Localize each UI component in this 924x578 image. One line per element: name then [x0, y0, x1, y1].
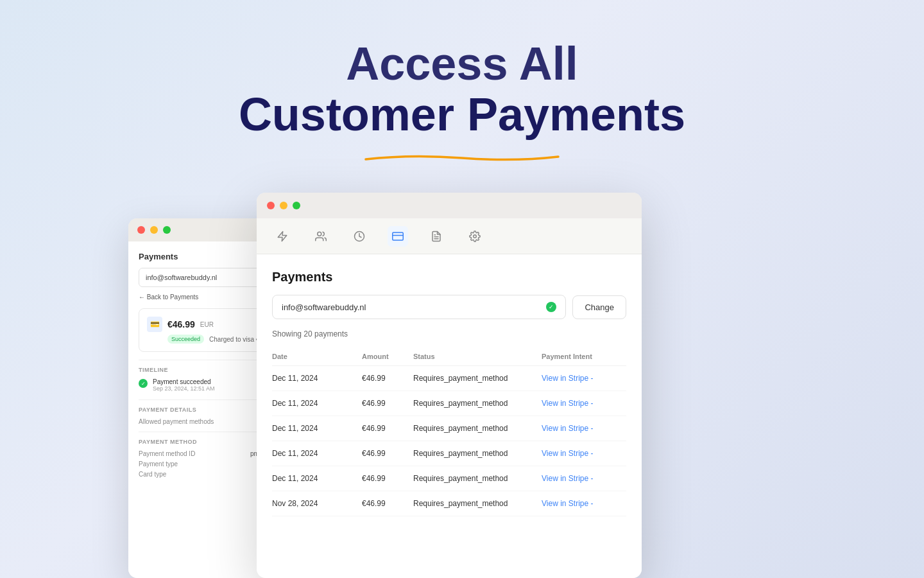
- hero-underline: [359, 152, 565, 154]
- front-check-icon: ✓: [546, 302, 556, 312]
- svg-point-1: [318, 232, 321, 236]
- col-header-amount: Amount: [362, 347, 413, 366]
- payment-currency: EUR: [200, 321, 214, 328]
- hero-section: Access All Customer Payments: [0, 39, 924, 154]
- svg-rect-3: [393, 232, 404, 240]
- view-stripe-link[interactable]: View in Stripe -: [542, 474, 593, 483]
- front-payments-title: Payments: [272, 270, 626, 285]
- cell-amount: €46.99: [362, 491, 413, 516]
- dot-green: [163, 226, 171, 234]
- cell-amount: €46.99: [362, 466, 413, 491]
- view-stripe-link[interactable]: View in Stripe -: [542, 399, 593, 408]
- front-dot-yellow: [280, 202, 287, 209]
- payment-card-icon: 💳: [147, 317, 162, 332]
- hero-title-line1: Access All: [0, 39, 924, 89]
- col-header-intent: Payment Intent: [542, 347, 626, 366]
- window-front: Payments info@softwarebuddy.nl ✓ Change …: [257, 193, 642, 578]
- cell-status: Requires_payment_method: [413, 366, 542, 391]
- timeline-check-icon: ✓: [139, 379, 148, 388]
- view-stripe-link[interactable]: View in Stripe -: [542, 374, 593, 383]
- search-row: info@softwarebuddy.nl ✓ Change: [272, 295, 626, 319]
- svg-marker-0: [278, 231, 287, 241]
- col-header-status: Status: [413, 347, 542, 366]
- dot-red: [137, 226, 145, 234]
- cell-intent: View in Stripe -: [542, 391, 626, 416]
- nav-card-icon[interactable]: [388, 226, 408, 247]
- front-dot-green: [293, 202, 300, 209]
- nav-clock-icon[interactable]: [349, 226, 370, 247]
- nav-settings-icon[interactable]: [465, 226, 485, 247]
- cell-amount: €46.99: [362, 441, 413, 466]
- email-search-bar[interactable]: info@softwarebuddy.nl ✓: [272, 295, 566, 319]
- col-header-date: Date: [272, 347, 362, 366]
- nav-users-icon[interactable]: [311, 226, 331, 247]
- nav-lightning-icon[interactable]: [272, 226, 293, 247]
- cell-intent: View in Stripe -: [542, 416, 626, 441]
- timeline-event: Payment succeeded: [153, 378, 215, 385]
- showing-text: Showing 20 payments: [272, 329, 626, 338]
- hero-title-line2: Customer Payments: [0, 89, 924, 140]
- cell-intent: View in Stripe -: [542, 441, 626, 466]
- cell-status: Requires_payment_method: [413, 391, 542, 416]
- cell-date: Nov 28, 2024: [272, 491, 362, 516]
- change-button[interactable]: Change: [572, 295, 626, 319]
- cell-date: Dec 11, 2024: [272, 441, 362, 466]
- front-dot-red: [267, 202, 275, 209]
- cell-date: Dec 11, 2024: [272, 416, 362, 441]
- cell-status: Requires_payment_method: [413, 441, 542, 466]
- table-row: Dec 11, 2024 €46.99 Requires_payment_met…: [272, 366, 626, 391]
- cell-date: Dec 11, 2024: [272, 391, 362, 416]
- cell-intent: View in Stripe -: [542, 491, 626, 516]
- payment-type-label: Payment type: [139, 460, 178, 468]
- front-titlebar: [257, 193, 642, 218]
- cell-intent: View in Stripe -: [542, 466, 626, 491]
- card-type-label: Card type: [139, 471, 166, 478]
- view-stripe-link[interactable]: View in Stripe -: [542, 449, 593, 458]
- email-search-text: info@softwarebuddy.nl: [282, 302, 366, 312]
- method-id-label: Payment method ID: [139, 450, 195, 457]
- cell-status: Requires_payment_method: [413, 491, 542, 516]
- windows-container: Payments info@softwarebuddy.nl ✓ ← Back …: [128, 180, 924, 578]
- nav-document-icon[interactable]: [426, 226, 447, 247]
- cell-date: Dec 11, 2024: [272, 366, 362, 391]
- front-nav: [257, 218, 642, 254]
- cell-intent: View in Stripe -: [542, 366, 626, 391]
- back-email-text: info@softwarebuddy.nl: [146, 274, 217, 281]
- table-row: Dec 11, 2024 €46.99 Requires_payment_met…: [272, 466, 626, 491]
- allowed-methods-label: Allowed payment methods: [139, 418, 214, 425]
- table-row: Dec 11, 2024 €46.99 Requires_payment_met…: [272, 416, 626, 441]
- cell-amount: €46.99: [362, 366, 413, 391]
- payment-amount: €46.99: [167, 319, 195, 329]
- cell-amount: €46.99: [362, 416, 413, 441]
- dot-yellow: [150, 226, 158, 234]
- payments-table: Date Amount Status Payment Intent Dec 11…: [272, 347, 626, 516]
- timeline-content: Payment succeeded Sep 23, 2024, 12:51 AM: [153, 378, 215, 392]
- view-stripe-link[interactable]: View in Stripe -: [542, 424, 593, 433]
- cell-status: Requires_payment_method: [413, 466, 542, 491]
- svg-point-7: [474, 234, 477, 238]
- status-badge: Succeeded: [167, 335, 204, 344]
- cell-amount: €46.99: [362, 391, 413, 416]
- cell-date: Dec 11, 2024: [272, 466, 362, 491]
- table-row: Dec 11, 2024 €46.99 Requires_payment_met…: [272, 441, 626, 466]
- cell-status: Requires_payment_method: [413, 416, 542, 441]
- timeline-date: Sep 23, 2024, 12:51 AM: [153, 385, 215, 392]
- table-row: Dec 11, 2024 €46.99 Requires_payment_met…: [272, 391, 626, 416]
- table-row: Nov 28, 2024 €46.99 Requires_payment_met…: [272, 491, 626, 516]
- view-stripe-link[interactable]: View in Stripe -: [542, 499, 593, 508]
- front-body: Payments info@softwarebuddy.nl ✓ Change …: [257, 254, 642, 578]
